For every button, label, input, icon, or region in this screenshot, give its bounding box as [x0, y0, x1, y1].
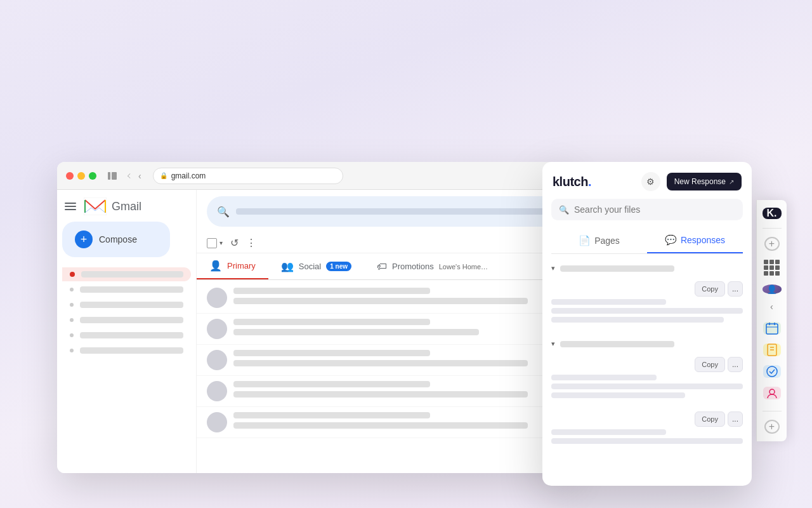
- response-line-3a: [551, 429, 666, 435]
- email-subject-5: [233, 422, 528, 429]
- more-button-2[interactable]: ...: [728, 357, 743, 372]
- copy-button-1[interactable]: Copy: [695, 281, 725, 297]
- email-content-2: [233, 319, 561, 339]
- klutch-tab-pages[interactable]: 📄 Pages: [551, 228, 647, 253]
- response-item-1-actions: Copy ...: [551, 281, 743, 297]
- copy-button-3[interactable]: Copy: [695, 411, 725, 427]
- klutch-search-input[interactable]: [574, 204, 735, 215]
- sidebar-collapse-icon[interactable]: ›: [770, 303, 773, 313]
- response-group-2: ▾ Copy ...: [542, 335, 752, 453]
- sidebar-item-2[interactable]: [62, 298, 191, 312]
- response-group-1: ▾ Copy ...: [542, 259, 752, 332]
- email-item-4[interactable]: [197, 376, 571, 407]
- settings-button[interactable]: ⚙: [641, 172, 660, 191]
- primary-tab-label: Primary: [227, 261, 256, 271]
- checkbox-with-dropdown[interactable]: ▾: [207, 238, 223, 248]
- gmail-toolbar: ▾ ↺ ⋮: [197, 233, 571, 253]
- group-title-bar-1: [560, 265, 674, 272]
- email-sender-2: [233, 319, 430, 325]
- email-list: [197, 280, 571, 441]
- response-line-2c: [551, 392, 685, 398]
- primary-tab-icon: 👤: [209, 260, 222, 272]
- chrome-app-keep[interactable]: [763, 344, 781, 356]
- gmail-tab-primary[interactable]: 👤 Primary: [197, 253, 268, 279]
- gmail-search-bar[interactable]: 🔍: [207, 196, 561, 227]
- email-content-4: [233, 381, 561, 401]
- chrome-app-contacts[interactable]: [763, 387, 781, 399]
- sidebar-label-4: [80, 332, 183, 338]
- klutch-tab-responses[interactable]: 💬 Responses: [647, 228, 743, 253]
- group-title-bar-2: [560, 341, 674, 347]
- chrome-app-tasks[interactable]: [763, 365, 781, 378]
- email-item-3[interactable]: [197, 345, 571, 376]
- compose-label: Compose: [99, 234, 137, 244]
- sidebar-item-1[interactable]: [62, 283, 191, 297]
- sidebar-item-4[interactable]: [62, 328, 191, 342]
- chrome-app-calendar[interactable]: [763, 322, 781, 335]
- checkbox-dropdown-arrow[interactable]: ▾: [219, 239, 223, 246]
- back-arrow[interactable]: ‹: [138, 171, 141, 181]
- pages-tab-label: Pages: [594, 236, 620, 246]
- email-item-1[interactable]: [197, 283, 571, 314]
- sidebar-label-5: [80, 347, 183, 354]
- sidebar-item-5[interactable]: [62, 344, 191, 358]
- email-subject-2: [233, 329, 479, 335]
- lock-icon: 🔒: [160, 172, 167, 179]
- close-window-dot[interactable]: [66, 172, 74, 180]
- minimize-window-dot[interactable]: [77, 172, 85, 180]
- gmail-tab-promotions[interactable]: 🏷 Promotions Lowe's Home fr...: [364, 253, 502, 279]
- email-sender-1: [233, 288, 430, 294]
- more-button-1[interactable]: ...: [728, 281, 743, 297]
- chrome-extension-sidebar: K. + 👤 ›: [756, 200, 787, 441]
- response-item-3-actions: Copy ...: [551, 411, 743, 427]
- sidebar-item-inbox[interactable]: [62, 267, 191, 281]
- gmail-body: Gmail + Compose: [57, 190, 571, 473]
- promos-tab-truncated: Lowe's Home fr...: [439, 263, 490, 271]
- sidebar-rect-right: [112, 172, 117, 180]
- klutch-search-bar[interactable]: 🔍: [551, 199, 743, 220]
- response-item-1: Copy ...: [542, 277, 752, 332]
- contacts-icon: [766, 387, 778, 399]
- sidebar-toggle-icon[interactable]: [108, 172, 117, 180]
- sidebar-dot-sm-2: [70, 303, 74, 307]
- refresh-icon[interactable]: ↺: [230, 237, 239, 249]
- klutch-content: ▾ Copy ... ▾: [542, 254, 752, 476]
- more-options-icon[interactable]: ⋮: [246, 237, 256, 249]
- chrome-apps-grid-button[interactable]: [764, 260, 780, 276]
- sidebar-dot-sm: [70, 288, 74, 291]
- gmail-main: 🔍 ▾ ↺ ⋮ 👤 Primary: [197, 190, 571, 473]
- select-all-checkbox[interactable]: [207, 238, 217, 248]
- svg-rect-3: [766, 324, 778, 334]
- response-group-1-header: ▾: [542, 259, 752, 277]
- avatar-4: [207, 381, 227, 401]
- gmail-logo-text: Gmail: [112, 200, 141, 213]
- chrome-add-more-button[interactable]: +: [764, 420, 780, 434]
- email-item-5[interactable]: [197, 407, 571, 438]
- sidebar-label-2: [80, 302, 183, 308]
- email-subject-1: [233, 298, 528, 304]
- gmail-hamburger-icon[interactable]: [62, 200, 79, 213]
- response-actions-3: Copy ...: [695, 411, 743, 427]
- browser-url-bar[interactable]: 🔒 gmail.com: [153, 168, 343, 184]
- email-item-2[interactable]: [197, 314, 571, 345]
- maximize-window-dot[interactable]: [89, 172, 96, 180]
- promos-tab-label: Promotions: [392, 262, 434, 271]
- email-sender-4: [233, 381, 430, 387]
- user-avatar[interactable]: 👤: [763, 284, 782, 293]
- new-response-button[interactable]: New Response ↗: [667, 173, 742, 190]
- email-sender-5: [233, 412, 430, 418]
- sidebar-dot-sm-3: [70, 318, 74, 322]
- illustration-container: ‹ 🔒 gmail.com: [57, 162, 755, 498]
- gmail-tabs: 👤 Primary 👥 Social 1 new 🏷 Promotions Lo…: [197, 253, 571, 280]
- copy-button-2[interactable]: Copy: [695, 357, 725, 372]
- gmail-sidebar-items: [62, 267, 191, 358]
- response-actions-2: Copy ...: [695, 357, 743, 372]
- compose-button[interactable]: + Compose: [62, 222, 170, 257]
- klutch-tabs: 📄 Pages 💬 Responses: [551, 228, 743, 254]
- chrome-add-button[interactable]: +: [764, 237, 780, 251]
- browser-toolbar: ‹ 🔒 gmail.com: [57, 162, 571, 190]
- sidebar-item-3[interactable]: [62, 313, 191, 327]
- email-sender-3: [233, 350, 430, 356]
- more-button-3[interactable]: ...: [728, 411, 743, 427]
- gmail-tab-social[interactable]: 👥 Social 1 new: [268, 253, 364, 279]
